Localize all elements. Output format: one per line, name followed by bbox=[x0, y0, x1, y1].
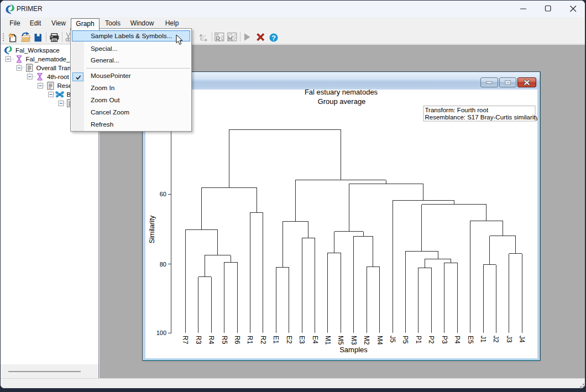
svg-text:Resemblance: S17 Bray-Curtis s: Resemblance: S17 Bray-Curtis similarity bbox=[425, 114, 538, 121]
svg-text:E2: E2 bbox=[285, 336, 293, 344]
svg-text:R6: R6 bbox=[233, 336, 241, 344]
svg-text:100: 100 bbox=[156, 330, 166, 336]
svg-text:M4: M4 bbox=[376, 336, 384, 345]
svg-text:Fal estuary nematodes: Fal estuary nematodes bbox=[305, 90, 378, 96]
svg-text:J3: J3 bbox=[505, 336, 513, 343]
svg-text:M1: M1 bbox=[324, 336, 332, 345]
svg-text:?: ? bbox=[271, 34, 276, 42]
svg-text:R4: R4 bbox=[207, 336, 215, 344]
svg-text:M2: M2 bbox=[363, 336, 370, 345]
svg-text:E4: E4 bbox=[311, 336, 319, 344]
svg-text:P4: P4 bbox=[453, 336, 461, 344]
svg-text:R1: R1 bbox=[246, 336, 254, 344]
svg-text:P3: P3 bbox=[441, 336, 448, 344]
svg-text:E3: E3 bbox=[298, 336, 306, 344]
svg-text:M3: M3 bbox=[350, 336, 358, 345]
svg-text:R5: R5 bbox=[221, 336, 228, 344]
svg-text:60: 60 bbox=[160, 191, 166, 197]
svg-text:J2: J2 bbox=[492, 336, 500, 343]
svg-text:80: 80 bbox=[160, 261, 166, 268]
svg-text:R7: R7 bbox=[181, 336, 189, 344]
svg-text:P5: P5 bbox=[401, 336, 409, 344]
svg-text:Transform: Fourth root: Transform: Fourth root bbox=[425, 107, 489, 113]
svg-text:E5: E5 bbox=[467, 336, 474, 344]
svg-text:P1: P1 bbox=[415, 336, 422, 344]
svg-text:J5: J5 bbox=[389, 336, 396, 343]
svg-text:E1: E1 bbox=[272, 336, 280, 344]
svg-text:R2: R2 bbox=[259, 336, 267, 344]
svg-text:Similarity: Similarity bbox=[148, 215, 156, 243]
svg-text:Fal_Workspace: Fal_Workspace bbox=[15, 47, 60, 54]
svg-text:P2: P2 bbox=[427, 336, 435, 344]
svg-text:M5: M5 bbox=[337, 336, 344, 345]
svg-text:Group average: Group average bbox=[318, 97, 366, 106]
svg-text:Samples: Samples bbox=[339, 346, 368, 354]
svg-text:R3: R3 bbox=[195, 336, 202, 344]
svg-text:J1: J1 bbox=[479, 336, 487, 343]
svg-text:J4: J4 bbox=[518, 336, 526, 343]
